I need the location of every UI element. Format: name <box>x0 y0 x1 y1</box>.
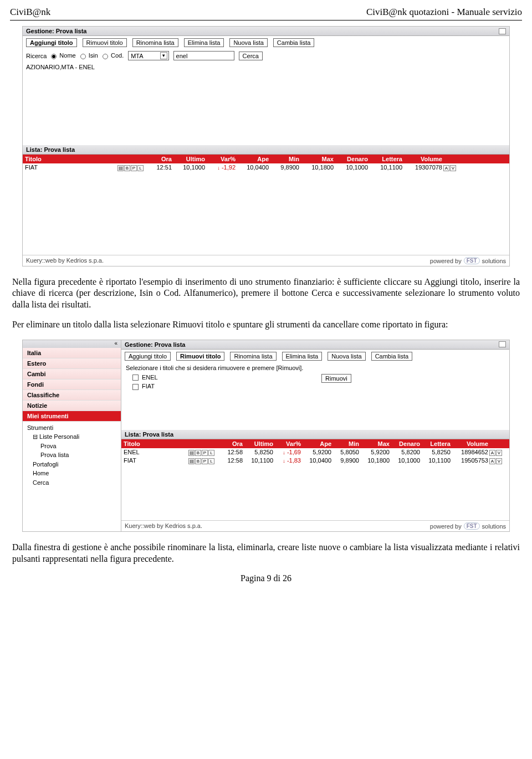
sidebar-item-fondi[interactable]: Fondi <box>23 380 121 390</box>
v-icon[interactable]: V <box>496 450 502 456</box>
b-icon[interactable]: B <box>124 165 130 171</box>
b-icon[interactable]: B <box>195 450 201 456</box>
p-icon[interactable]: P <box>202 450 208 456</box>
sidebar-collapse[interactable]: « <box>23 340 121 348</box>
table-row[interactable]: ENEL▤BPL12:585,8250↓ -1,695,92005,80505,… <box>121 448 509 457</box>
v-icon[interactable]: V <box>496 458 502 464</box>
sidebar-item-cambi[interactable]: Cambi <box>23 369 121 380</box>
gestione-toolbar: Aggiungi titolo Rimuovi titolo Rinomina … <box>23 36 509 49</box>
nuova-lista-button[interactable]: Nuova lista <box>328 352 365 361</box>
sidebar-item-italia[interactable]: Italia <box>23 348 121 358</box>
sidebar: « Italia Estero Cambi Fondi Classifiche … <box>23 340 121 531</box>
minimize-icon[interactable] <box>499 28 506 34</box>
panel-footer-2: Kuery::web by Kedrios s.p.a. powered byF… <box>121 520 509 531</box>
remove-instruction: Selezionare i titoli che si desidera rim… <box>121 363 509 373</box>
minimize-icon[interactable] <box>499 341 506 347</box>
v-icon[interactable]: V <box>450 165 456 171</box>
gestione-toolbar-2: Aggiungi titolo Rimuovi titolo Rinomina … <box>121 350 509 363</box>
lista-titlebar-2: Lista: Prova lista <box>121 430 509 439</box>
lista-titlebar: Lista: Prova lista <box>23 145 509 155</box>
doc-header-right: CiviB@nk quotazioni - Manuale servizio <box>366 7 522 18</box>
l-icon[interactable]: L <box>208 450 214 456</box>
paragraph-3: Dalla finestra di gestione è anche possi… <box>12 542 520 565</box>
tree-cerca[interactable]: Cerca <box>27 478 116 488</box>
market-select[interactable]: MTA▼ <box>128 51 168 60</box>
down-arrow-icon: ↓ <box>283 458 285 464</box>
radio-cod[interactable] <box>103 54 108 59</box>
search-label: Ricerca <box>26 53 47 59</box>
cambia-lista-button[interactable]: Cambia lista <box>371 352 413 361</box>
down-arrow-icon: ↓ <box>217 165 220 171</box>
figure-1: Gestione: Prova lista Aggiungi titolo Ri… <box>22 26 510 266</box>
search-results: AZIONARIO,MTA - ENEL <box>23 62 509 145</box>
tree-portafogli[interactable]: Portafogli <box>27 460 116 469</box>
chart-icon[interactable]: ▤ <box>188 450 195 456</box>
tree-liste-personali[interactable]: ⊟ Liste Personali <box>27 432 116 442</box>
tree-strumenti[interactable]: Strumenti <box>27 423 116 433</box>
p-icon[interactable]: P <box>131 165 137 171</box>
aggiungi-titolo-button[interactable]: Aggiungi titolo <box>26 38 77 47</box>
check-fiat[interactable]: FIAT <box>132 383 158 390</box>
tree-prova[interactable]: Prova <box>27 442 116 451</box>
sidebar-item-estero[interactable]: Estero <box>23 358 121 369</box>
header-rule <box>10 20 522 20</box>
rinomina-lista-button[interactable]: Rinomina lista <box>230 352 276 361</box>
aggiungi-titolo-button[interactable]: Aggiungi titolo <box>125 352 171 361</box>
chevron-down-icon: ▼ <box>160 52 167 59</box>
tree-home[interactable]: Home <box>27 469 116 478</box>
elimina-lista-button[interactable]: Elimina lista <box>282 352 323 361</box>
p-icon[interactable]: P <box>202 458 208 464</box>
tree-prova-lista[interactable]: Prova lista <box>27 450 116 460</box>
search-input[interactable]: enel <box>173 51 234 60</box>
gestione-titlebar-2: Gestione: Prova lista <box>121 340 509 350</box>
l-icon[interactable]: L <box>208 458 214 464</box>
elimina-lista-button[interactable]: Elimina lista <box>184 38 224 47</box>
sidebar-item-notizie[interactable]: Notizie <box>23 401 121 411</box>
down-arrow-icon: ↓ <box>283 450 285 455</box>
chart-icon[interactable]: ▤ <box>117 165 124 171</box>
paragraph-1: Nella figura precedente è riportato l'es… <box>12 276 520 310</box>
table-header-2: Titolo Ora Ultimo Var% Ape Min Max Denar… <box>121 439 509 448</box>
cerca-button[interactable]: Cerca <box>239 52 263 60</box>
a-icon[interactable]: A <box>443 165 449 171</box>
sidebar-tree: Strumenti ⊟ Liste Personali Prova Prova … <box>23 422 121 489</box>
table-header: Titolo Ora Ultimo Var% Ape Min Max Denar… <box>23 155 509 163</box>
a-icon[interactable]: A <box>489 458 495 464</box>
footer-credit: Kuery::web by Kedrios s.p.a. <box>26 257 104 264</box>
paragraph-2: Per eliminare un titolo dalla lista sele… <box>12 319 520 330</box>
rimuovi-titolo-button[interactable]: Rimuovi titolo <box>83 38 127 47</box>
powered-by: powered byFSTsolutions <box>430 257 506 264</box>
panel-footer: Kuery::web by Kedrios s.p.a. powered byF… <box>23 255 509 266</box>
gestione-title: Gestione: Prova lista <box>26 28 86 34</box>
gestione-titlebar: Gestione: Prova lista <box>23 27 509 36</box>
sidebar-item-miei-strumenti[interactable]: Miei strumenti <box>23 411 121 422</box>
result-row[interactable]: AZIONARIO,MTA - ENEL <box>25 63 507 71</box>
rimuovi-titolo-button[interactable]: Rimuovi titolo <box>176 352 224 361</box>
b-icon[interactable]: B <box>195 458 201 464</box>
table-row[interactable]: FIAT ▤BPL 12:51 10,1000 ↓ -1,92 10,0400 … <box>23 163 509 172</box>
cambia-lista-button[interactable]: Cambia lista <box>273 38 315 47</box>
a-icon[interactable]: A <box>489 450 495 456</box>
rimuovi-button[interactable]: Rimuovi <box>321 374 351 383</box>
l-icon[interactable]: L <box>137 165 144 171</box>
page-number: Pagina 9 di 26 <box>10 573 522 583</box>
row-icons: ▤BPL <box>114 164 144 171</box>
sidebar-item-classifiche[interactable]: Classifiche <box>23 390 121 401</box>
lista-title: Lista: Prova lista <box>26 146 75 153</box>
doc-header-left: CiviB@nk <box>10 7 50 18</box>
figure-2: « Italia Estero Cambi Fondi Classifiche … <box>22 340 510 532</box>
rinomina-lista-button[interactable]: Rinomina lista <box>132 38 178 47</box>
doc-header: CiviB@nk CiviB@nk quotazioni - Manuale s… <box>10 7 522 18</box>
table-row[interactable]: FIAT▤BPL12:5810,1100↓ -1,8310,04009,8900… <box>121 457 509 465</box>
search-row: Ricerca Nome Isin Cod. MTA▼ enel Cerca <box>23 49 509 62</box>
radio-nome[interactable] <box>51 54 57 59</box>
chart-icon[interactable]: ▤ <box>188 458 195 464</box>
nuova-lista-button[interactable]: Nuova lista <box>229 38 267 47</box>
check-enel[interactable]: ENEL <box>132 374 158 381</box>
radio-isin[interactable] <box>80 54 86 59</box>
